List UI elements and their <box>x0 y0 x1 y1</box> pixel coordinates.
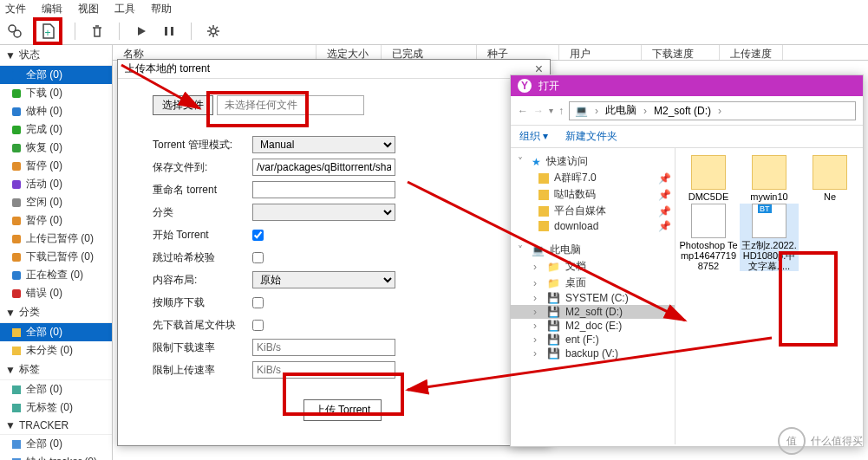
rename-input[interactable] <box>252 181 395 198</box>
firstlast-checkbox[interactable] <box>252 320 264 331</box>
sidebar-item[interactable]: 下载已暂停 (0) <box>0 248 112 266</box>
col-name[interactable]: 名称 <box>113 45 317 60</box>
tree-item[interactable]: ›💾backup (V:) <box>511 347 675 360</box>
dllimit-input[interactable] <box>252 339 395 356</box>
sidebar-item[interactable]: 全部 (0) <box>0 435 112 453</box>
tree-thispc[interactable]: ˅💻此电脑 <box>511 242 675 258</box>
sidebar-item[interactable]: 全部 (0) <box>0 66 112 84</box>
layout-select[interactable]: 原始 <box>252 271 395 288</box>
gear-icon[interactable] <box>204 22 223 41</box>
category-select[interactable] <box>252 204 395 221</box>
tree-item[interactable]: download📌 <box>511 219 675 233</box>
sidebar-item[interactable]: 恢复 (0) <box>0 139 112 157</box>
tree-item[interactable]: ›💾SYSTEM (C:) <box>511 291 675 305</box>
tree-item[interactable]: ›📁桌面 <box>511 275 675 291</box>
tree-quickaccess[interactable]: ˅★快速访问 <box>511 153 675 170</box>
path-pc[interactable]: 此电脑 <box>605 103 636 118</box>
file-item[interactable]: DMC5DE <box>679 155 738 202</box>
add-link-icon[interactable] <box>5 22 24 41</box>
skiphash-checkbox[interactable] <box>252 252 264 263</box>
file-item[interactable]: BT王z制z.2022.HD1080p.中文字幕.t... <box>740 204 799 271</box>
svg-point-5 <box>211 29 216 34</box>
sidebar-tracker-header[interactable]: ▼TRACKER <box>0 417 112 435</box>
select-file-button[interactable]: 选择文件 <box>153 95 213 115</box>
tree-item[interactable]: 平台自媒体📌 <box>511 203 675 219</box>
tree-item[interactable]: A群晖7.0📌 <box>511 170 675 186</box>
path-bar[interactable]: 💻 › 此电脑 › M2_soft (D:) › <box>569 101 856 120</box>
sidebar-item[interactable]: 缺少 tracker (0) <box>0 453 112 460</box>
up-icon[interactable]: ↑ <box>558 105 564 117</box>
ullimit-label: 限制上传速率 <box>153 363 252 378</box>
sidebar-item[interactable]: 暂停 (0) <box>0 211 112 230</box>
sidebar-item[interactable]: 错误 (0) <box>0 284 112 302</box>
sidebar-item[interactable]: 全部 (0) <box>0 380 112 398</box>
col-dlspeed[interactable]: 下载速度 <box>642 45 720 60</box>
folder-icon <box>752 155 786 190</box>
sidebar-item[interactable]: 上传已暂停 (0) <box>0 230 112 248</box>
path-drive[interactable]: M2_soft (D:) <box>654 105 711 117</box>
drive-icon: 💾 <box>547 334 560 346</box>
tree-item[interactable]: ›📁文档 <box>511 258 675 275</box>
seq-checkbox[interactable] <box>252 297 264 308</box>
forward-icon[interactable]: → <box>533 105 544 117</box>
folder-icon <box>538 173 549 184</box>
sidebar-item[interactable]: 活动 (0) <box>0 175 112 193</box>
sidebar-item[interactable]: 正在检查 (0) <box>0 266 112 284</box>
sidebar-item[interactable]: 做种 (0) <box>0 102 112 120</box>
status-dot-icon <box>12 217 21 225</box>
col-size[interactable]: 选定大小 <box>317 45 382 60</box>
menu-edit[interactable]: 编辑 <box>42 2 62 16</box>
sidebar-category-header[interactable]: ▼分类 <box>0 302 112 323</box>
tree-item[interactable]: 哒咕数码📌 <box>511 186 675 203</box>
col-peers[interactable]: 用户 <box>559 45 642 60</box>
tree-item[interactable]: ›💾M2_doc (E:) <box>511 319 675 333</box>
sidebar-item[interactable]: 完成 (0) <box>0 120 112 139</box>
sidebar-item[interactable]: 空闲 (0) <box>0 193 112 211</box>
tree-item[interactable]: ›💾ent (F:) <box>511 333 675 347</box>
menu-view[interactable]: 视图 <box>78 2 99 16</box>
sidebar-item[interactable]: 下载 (0) <box>0 84 112 102</box>
col-seeds[interactable]: 种子 <box>477 45 559 60</box>
rename-label: 重命名 torrent <box>153 183 252 198</box>
file-item[interactable]: Ne <box>800 155 859 202</box>
back-icon[interactable]: ← <box>518 105 528 117</box>
sidebar-item[interactable]: 暂停 (0) <box>0 157 112 175</box>
ullimit-input[interactable] <box>252 361 395 379</box>
delete-icon[interactable] <box>88 22 107 41</box>
add-torrent-file-icon[interactable]: + <box>33 17 62 45</box>
saveto-label: 保存文件到: <box>153 160 252 175</box>
file-item[interactable]: Photoshop Temp146477198752 <box>679 204 738 271</box>
pause-icon[interactable] <box>160 22 179 41</box>
drive-icon: 💾 <box>547 292 560 304</box>
play-icon[interactable] <box>132 22 151 41</box>
file-item[interactable]: mywin10 <box>740 155 799 202</box>
layout-label: 内容布局: <box>153 273 252 288</box>
menu-tools[interactable]: 工具 <box>114 2 135 16</box>
sidebar-item[interactable]: 无标签 (0) <box>0 398 112 417</box>
tree-item[interactable]: ›💾M2_soft (D:) <box>511 305 675 319</box>
col-ulspeed[interactable]: 上传速度 <box>720 45 783 60</box>
picker-tree: ˅★快速访问 A群晖7.0📌哒咕数码📌平台自媒体📌download📌 ˅💻此电脑… <box>511 148 675 444</box>
category-label: 分类 <box>153 205 252 220</box>
sidebar-tags-header[interactable]: ▼标签 <box>0 360 112 380</box>
col-done[interactable]: 已完成 <box>382 45 477 60</box>
drive-icon: 📁 <box>547 261 560 273</box>
dialog-title: 上传本地的 torrent <box>125 62 210 76</box>
new-folder-button[interactable]: 新建文件夹 <box>565 129 617 144</box>
start-checkbox[interactable] <box>252 230 264 241</box>
sidebar-item[interactable]: 全部 (0) <box>0 323 112 341</box>
folder-icon <box>12 347 21 355</box>
sidebar-item[interactable]: 未分类 (0) <box>0 341 112 360</box>
upload-torrent-button[interactable]: 上传 Torrent <box>303 399 382 421</box>
chevron-down-icon[interactable]: ▾ <box>549 106 553 115</box>
menu-file[interactable]: 文件 <box>5 2 26 16</box>
saveto-input[interactable] <box>252 159 395 176</box>
status-dot-icon <box>12 235 21 243</box>
menu-help[interactable]: 帮助 <box>151 2 172 16</box>
sidebar-status-header[interactable]: ▼状态 <box>0 45 112 66</box>
status-dot-icon <box>12 162 21 171</box>
mode-select[interactable]: Manual <box>252 136 395 153</box>
file-picker-window: Y 打开 ← → ▾ ↑ 💻 › 此电脑 › M2_soft (D:) › 组织… <box>510 75 864 447</box>
skiphash-label: 跳过哈希校验 <box>153 250 252 265</box>
organize-menu[interactable]: 组织 ▾ <box>519 129 548 144</box>
